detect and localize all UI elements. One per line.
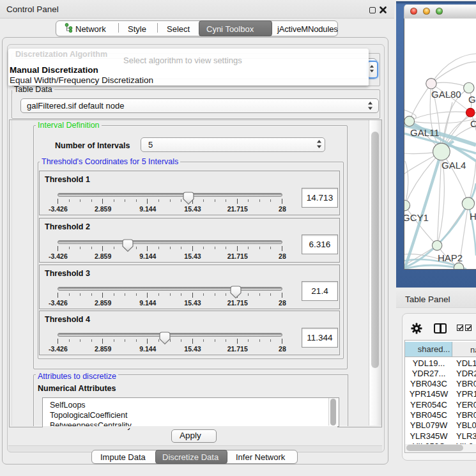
svg-text:GAL80: GAL80 [431, 89, 461, 100]
svg-text:GAL11: GAL11 [410, 127, 440, 138]
svg-text:GAL4: GAL4 [441, 160, 466, 171]
svg-text:H: H [470, 211, 476, 222]
svg-text:GCY1: GCY1 [404, 212, 429, 223]
svg-text:G.: G. [468, 94, 476, 105]
svg-text:C: C [470, 118, 476, 129]
svg-text:HAP2: HAP2 [438, 252, 463, 263]
